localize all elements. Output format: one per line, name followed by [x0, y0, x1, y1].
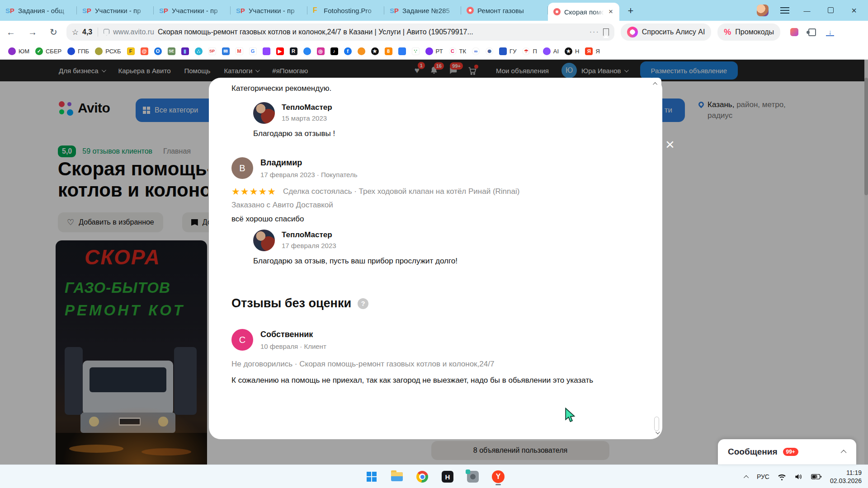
file-explorer-button[interactable]	[388, 468, 406, 486]
bookmark-chat-app[interactable]	[303, 47, 311, 55]
bookmark-app-split[interactable]: ▮	[181, 47, 189, 55]
browser-tab[interactable]: SP Участники - пр	[77, 0, 154, 21]
bookmark-facebook[interactable]: f	[344, 47, 352, 55]
bookmark-flag-icon[interactable]	[603, 28, 609, 36]
bookmark-gu[interactable]: ГУ	[499, 47, 516, 55]
bookmark-people-app[interactable]: ∵	[412, 47, 420, 55]
reviewer-avatar: С	[231, 329, 253, 351]
bookmark-app-dots[interactable]: ∴	[195, 47, 203, 55]
battery-icon[interactable]	[811, 473, 822, 480]
facebook-icon: f	[344, 47, 352, 55]
bookmark-app-blue-o[interactable]: O	[154, 47, 162, 55]
bookmark-gpb[interactable]: ГПБ	[67, 47, 89, 55]
bookmark-app-orange[interactable]: @	[141, 47, 148, 55]
bookmark-google[interactable]: G	[249, 47, 257, 55]
reload-button[interactable]	[43, 27, 64, 38]
n-app-icon: ★	[565, 47, 572, 55]
section-heading: Отзывы без оценки	[231, 296, 368, 310]
bookmark-fotohosting[interactable]: F	[127, 47, 135, 55]
promocodes-button[interactable]: Промокоды	[717, 23, 780, 41]
tab-label: Задания - общ	[18, 7, 71, 14]
window-close-button[interactable]	[848, 5, 860, 16]
bookmark-star-app[interactable]: ★	[371, 47, 379, 55]
bookmark-sber[interactable]: ✓СБЕР	[35, 47, 61, 55]
security-shield-icon[interactable]	[104, 29, 109, 36]
browser-tab[interactable]: SP Участники - пр	[231, 0, 307, 21]
browser-tab[interactable]: F Fotohosting.Pro	[307, 0, 384, 21]
browser-menu-icon[interactable]	[780, 7, 789, 14]
window-minimize-button[interactable]	[801, 7, 813, 14]
bookmark-mail[interactable]: ✉	[222, 47, 230, 55]
browser-tab[interactable]: SP Задания - общ	[0, 0, 77, 21]
windows-logo-icon	[367, 472, 377, 482]
window-maximize-button[interactable]	[825, 7, 836, 14]
browser-tab[interactable]: SP Участники - пр	[154, 0, 231, 21]
browser-tab[interactable]: Ремонт газовы	[461, 0, 548, 21]
new-tab-button[interactable]	[623, 3, 638, 19]
bookmark-twitch[interactable]	[263, 47, 270, 55]
previous-review-text: Категорически рекомендую.	[231, 84, 331, 93]
downloads-icon[interactable]	[826, 28, 834, 36]
modal-scrollbar-thumb[interactable]	[654, 417, 659, 431]
messenger-widget[interactable]: Сообщения 99+	[718, 439, 856, 465]
bookmark-ya[interactable]: ЯЯ	[585, 47, 599, 55]
bookmark-tk[interactable]: CТК	[449, 47, 467, 55]
modal-scroll-down-button[interactable]	[652, 431, 662, 438]
ask-alice-button[interactable]: Спросить Алису AI	[621, 23, 712, 41]
address-bar[interactable]: 4,3 www.avito.ru Скорая помощь-ремонт га…	[66, 23, 614, 41]
modal-close-icon[interactable]	[665, 137, 675, 151]
utility-app-button[interactable]	[464, 468, 482, 486]
wifi-icon[interactable]	[778, 473, 786, 480]
teplomaster-avatar	[253, 230, 275, 251]
tab-label: Участники - пр	[249, 7, 302, 14]
system-tray: РУС 11:19 02.03.2026	[745, 465, 862, 488]
taskbar-clock[interactable]: 11:19 02.03.2026	[830, 469, 862, 485]
bookmark-messenger-blue[interactable]	[398, 47, 406, 55]
browser-tab-active[interactable]: Скорая помо	[548, 3, 619, 21]
bookmark-globe-app[interactable]: ⊕	[486, 47, 493, 55]
bookmark-umbrella-app[interactable]: ☂П	[522, 47, 537, 55]
bookmark-ok-app[interactable]	[358, 47, 365, 55]
tab-close-icon[interactable]	[608, 7, 614, 16]
app-dots-icon: ∴	[195, 47, 203, 55]
browser-profile-avatar[interactable]	[757, 5, 769, 16]
bookmark-gmail[interactable]: M	[236, 47, 243, 55]
bookmark-rutube[interactable]: R	[290, 47, 297, 55]
bookmark-rt[interactable]: РТ	[425, 47, 443, 55]
forward-button[interactable]	[22, 27, 43, 38]
bookmark-se-app[interactable]: SE	[168, 47, 175, 55]
modal-scroll-up-button[interactable]	[650, 78, 661, 88]
bookmark-app-8[interactable]: 8	[385, 47, 392, 55]
reviewer-name: Собственник	[260, 330, 313, 339]
yandex-browser-button[interactable]	[489, 468, 507, 486]
gpb-icon	[67, 47, 75, 55]
chevron-up-icon[interactable]	[842, 448, 846, 456]
bookmark-instagram[interactable]: ◎	[317, 47, 325, 55]
bookmark-rshb[interactable]: РСХБ	[95, 47, 121, 55]
bookmark-sp[interactable]: SP	[208, 47, 216, 55]
bookmark-tiktok[interactable]: ♪	[330, 47, 338, 55]
bookmark-label: ЮМ	[19, 48, 29, 55]
extensions-icon[interactable]	[808, 28, 816, 36]
h-app-button[interactable]	[439, 468, 457, 486]
site-rating-star-icon	[72, 28, 79, 37]
start-button[interactable]	[363, 468, 381, 486]
help-question-icon[interactable]	[358, 298, 368, 309]
bookmark-yum[interactable]: ЮМ	[8, 47, 29, 55]
bookmark-infinity-app[interactable]: ∞	[472, 47, 480, 55]
chrome-button[interactable]	[413, 468, 431, 486]
back-button[interactable]	[0, 27, 22, 38]
bookmark-ai[interactable]: АI	[543, 47, 559, 55]
more-options-icon[interactable]	[590, 28, 599, 36]
tray-chevron-up-icon[interactable]	[745, 473, 749, 481]
volume-icon[interactable]	[794, 473, 803, 480]
language-indicator[interactable]: РУС	[757, 473, 769, 480]
bookmark-youtube[interactable]: ▶	[276, 47, 284, 55]
page-title-in-address-bar: Скорая помощь-ремонт газовых котлов и ко…	[158, 28, 586, 36]
browser-tab[interactable]: SP Задание №285	[384, 0, 461, 21]
site-url[interactable]: www.avito.ru	[113, 28, 154, 36]
reply-date: 17 февраля 2023	[282, 242, 336, 249]
bookmark-n-app[interactable]: ★Н	[565, 47, 579, 55]
fotohosting-icon: F	[127, 47, 135, 55]
screenshot-tool-icon[interactable]	[790, 28, 798, 36]
